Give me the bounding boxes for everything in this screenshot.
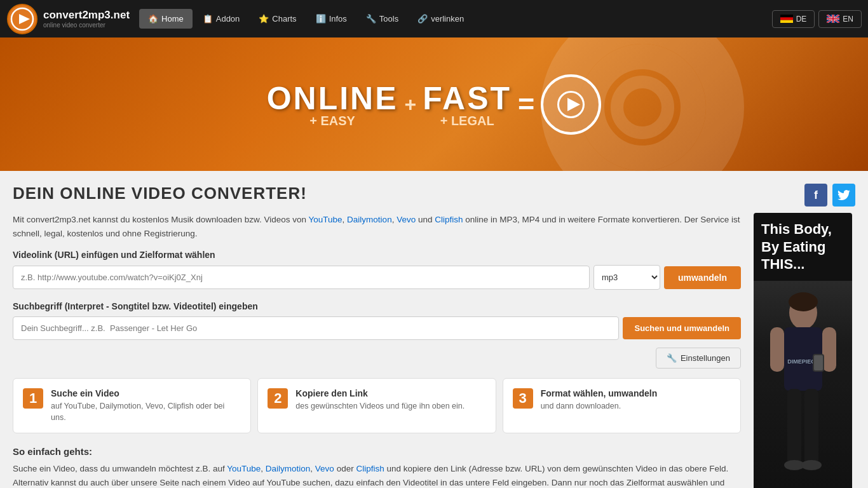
format-select[interactable]: mp3 mp4 aac ogg wma: [593, 265, 660, 290]
settings-label: Einstellungen: [681, 353, 730, 363]
svg-point-13: [789, 292, 818, 311]
ad-person-silhouette: DIMEPIECE: [765, 290, 841, 481]
main-container: DEIN ONLINE VIDEO CONVERTER! Mit convert…: [0, 171, 868, 488]
step-number-3: 3: [513, 388, 533, 409]
twitter-icon: [837, 190, 850, 200]
howto-oder: oder: [334, 464, 356, 473]
howto-youtube-link[interactable]: YouTube: [227, 464, 261, 473]
step-desc-1: auf YouTube, Dailymotion, Vevo, Clipfish…: [51, 401, 241, 423]
charts-icon: ⭐: [259, 14, 269, 24]
intro-und: und: [416, 215, 435, 224]
nav-charts[interactable]: ⭐ Charts: [250, 9, 305, 29]
step-content-1: Suche ein Video auf YouTube, Dailymotion…: [51, 388, 241, 423]
svg-point-8: [592, 57, 693, 158]
dailymotion-link1[interactable]: Dailymotion: [347, 215, 392, 224]
hero-fast: FAST: [423, 80, 512, 117]
nav-tools[interactable]: 🔧 Tools: [357, 9, 407, 29]
search-input[interactable]: [13, 316, 619, 340]
content-area: DEIN ONLINE VIDEO CONVERTER! Mit convert…: [13, 184, 741, 488]
svg-point-23: [801, 460, 822, 470]
nav-addon-label: Addon: [216, 14, 240, 24]
hero-plus1: +: [405, 93, 417, 116]
step-number-2: 2: [268, 388, 288, 409]
svg-rect-4: [780, 17, 793, 20]
lang-switcher: DE EN: [772, 10, 862, 28]
vevo-link1[interactable]: Vevo: [397, 215, 416, 224]
howto-text: Suche ein Video, dass du umwandeln möcht…: [13, 462, 741, 488]
logo-text: convert2mp3.net online video converter: [43, 9, 130, 29]
nav-links: 🏠 Home 📋 Addon ⭐ Charts ℹ️ Infos 🔧 Tools…: [139, 9, 772, 29]
svg-rect-3: [780, 15, 793, 17]
hero-play-icon: [557, 90, 585, 119]
hero-content: ONLINE + EASY + FAST + LEGAL =: [267, 74, 602, 135]
intro-paragraph: Mit convert2mp3.net kannst du kostenlos …: [13, 213, 741, 240]
intro-text1: Mit convert2mp3.net kannst du kostenlos …: [13, 215, 309, 224]
ad-banner: This Body, By Eating THIS... DIMEPIECE: [754, 213, 852, 488]
step-title-2: Kopiere den Link: [295, 388, 465, 398]
settings-button[interactable]: 🔧 Einstellungen: [656, 348, 741, 369]
hero-word-group1: ONLINE + EASY: [267, 80, 398, 128]
search-label: Suchbegriff (Interpret - Songtitel bzw. …: [13, 301, 741, 311]
svg-rect-19: [814, 355, 823, 370]
logo-tagline: online video converter: [43, 22, 130, 29]
step-card-3: 3 Format wählen, umwandeln und dann down…: [503, 378, 741, 433]
step-number-1: 1: [23, 388, 43, 409]
hero-legal: + LEGAL: [440, 114, 494, 128]
home-icon: 🏠: [148, 14, 158, 24]
url-input[interactable]: [13, 266, 590, 289]
logo-area: convert2mp3.net online video converter: [6, 3, 130, 35]
howto-comma1: ,: [261, 464, 266, 473]
step-desc-3: und dann downloaden.: [541, 401, 658, 412]
twitter-button[interactable]: [832, 184, 855, 207]
infos-icon: ℹ️: [316, 14, 326, 24]
nav-infos-label: Infos: [329, 14, 347, 24]
lang-en-button[interactable]: EN: [818, 10, 862, 28]
clipfish-link1[interactable]: Clipfish: [435, 215, 463, 224]
hero-online: ONLINE: [267, 80, 398, 117]
sidebar: f This Body, By Eating THIS...: [754, 184, 855, 488]
howto-dailymotion-link[interactable]: Dailymotion: [266, 464, 311, 473]
svg-rect-16: [770, 327, 784, 372]
page-title: DEIN ONLINE VIDEO CONVERTER!: [13, 184, 741, 203]
settings-icon: 🔧: [667, 353, 677, 363]
convert-button[interactable]: umwandeln: [664, 266, 741, 289]
howto-vevo-link[interactable]: Vevo: [315, 464, 334, 473]
addon-icon: 📋: [203, 14, 213, 24]
nav-addon[interactable]: 📋 Addon: [194, 9, 249, 29]
search-row: Suchen und umwandeln: [13, 316, 741, 340]
svg-rect-17: [822, 327, 836, 372]
tools-icon: 🔧: [366, 14, 376, 24]
step-content-3: Format wählen, umwandeln und dann downlo…: [541, 388, 658, 412]
intro-comma1: ,: [342, 215, 348, 224]
nav-tools-label: Tools: [379, 14, 398, 24]
ad-text: This Body, By Eating THIS...: [754, 213, 852, 281]
settings-row: 🔧 Einstellungen: [13, 348, 741, 369]
step-title-3: Format wählen, umwandeln: [541, 388, 658, 398]
howto-comma2: ,: [310, 464, 315, 473]
nav-home[interactable]: 🏠 Home: [139, 9, 193, 29]
facebook-button[interactable]: f: [804, 184, 827, 207]
nav-verlinken[interactable]: 🔗 verlinken: [409, 9, 473, 29]
nav-infos[interactable]: ℹ️ Infos: [307, 9, 356, 29]
verlinken-icon: 🔗: [417, 14, 428, 24]
de-flag-icon: [780, 15, 793, 23]
facebook-icon: f: [814, 189, 818, 202]
nav-verlinken-label: verlinken: [431, 14, 464, 24]
steps-container: 1 Suche ein Video auf YouTube, Dailymoti…: [13, 378, 741, 433]
howto-clipfish-link[interactable]: Clipfish: [356, 464, 384, 473]
hero-word-group2: FAST + LEGAL: [423, 80, 512, 128]
svg-rect-20: [787, 389, 801, 465]
svg-rect-5: [780, 20, 793, 23]
nav-home-label: Home: [161, 14, 184, 24]
navbar: convert2mp3.net online video converter 🏠…: [0, 0, 868, 37]
hero-logo-circle: [541, 74, 601, 135]
youtube-link1[interactable]: YouTube: [309, 215, 342, 224]
lang-de-button[interactable]: DE: [772, 10, 815, 28]
search-button[interactable]: Suchen und umwandeln: [623, 317, 741, 339]
logo-brand: convert2mp3.net: [43, 9, 130, 22]
nav-charts-label: Charts: [272, 14, 296, 24]
hero-banner: ONLINE + EASY + FAST + LEGAL =: [0, 37, 868, 171]
lang-de-label: DE: [796, 15, 807, 24]
ad-image: DIMEPIECE: [754, 281, 852, 489]
howto-text1: Suche ein Video, dass du umwandeln möcht…: [13, 464, 227, 473]
